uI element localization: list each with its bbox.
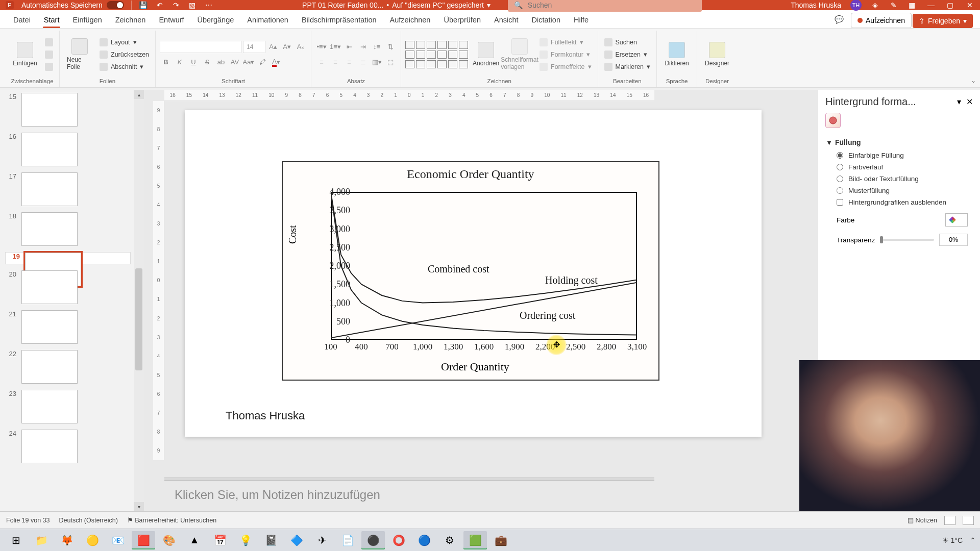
slide-thumbnail-24[interactable]: 24 <box>5 430 131 463</box>
columns-button[interactable]: ▥▾ <box>371 56 383 68</box>
highlight-button[interactable]: 🖍 <box>256 56 268 68</box>
underline-button[interactable]: U <box>187 56 200 68</box>
slideshow-from-start-icon[interactable]: ▧ <box>188 1 197 10</box>
slide-thumbnail-15[interactable]: 15 <box>5 93 131 127</box>
horizontal-ruler[interactable]: 1615141312111098765432101234567891011121… <box>164 90 654 101</box>
search-box[interactable]: 🔍 <box>508 0 702 12</box>
opt-picture-fill[interactable]: Bild- oder Texturfüllung <box>827 173 971 185</box>
tab-help[interactable]: Hilfe <box>568 12 595 28</box>
record-button[interactable]: Aufzeichnen <box>851 13 912 28</box>
chart-image[interactable]: Economic Order Quantity Cost 05001,0001,… <box>282 161 659 381</box>
text-direction-button[interactable]: ⇅ <box>384 41 397 53</box>
section-button[interactable]: Abschnitt ▾ <box>97 62 151 72</box>
taskbar-settings[interactable]: ⚙ <box>438 531 461 549</box>
paste-button[interactable]: Einfügen <box>9 41 41 68</box>
slide-thumbnail-20[interactable]: 20 <box>5 270 131 304</box>
dictate-button[interactable]: Diktieren <box>661 41 693 68</box>
tab-transitions[interactable]: Übergänge <box>191 12 240 28</box>
quick-styles-button[interactable]: Schnellformat vorlagen <box>504 37 535 71</box>
taskbar-onenote[interactable]: 📓 <box>259 531 283 549</box>
search-input[interactable] <box>528 1 696 9</box>
font-size-select[interactable] <box>243 41 265 53</box>
taskbar-telegram[interactable]: ✈ <box>310 531 334 549</box>
scroll-up-icon[interactable]: ▴ <box>134 90 144 99</box>
taskbar-powerpoint[interactable]: 🟥 <box>132 531 155 549</box>
tab-start[interactable]: Start <box>38 12 66 28</box>
section-fill-header[interactable]: ▾Füllung <box>827 135 971 149</box>
clear-format-icon[interactable]: Aₓ <box>295 41 307 53</box>
collapse-ribbon-icon[interactable]: ⌄ <box>971 77 976 84</box>
share-button[interactable]: ⇪Freigeben▾ <box>913 14 973 28</box>
tray-weather[interactable]: ☀ 1°C <box>942 536 963 544</box>
comments-icon[interactable]: 💬 <box>828 11 850 28</box>
align-center-button[interactable]: ≡ <box>329 56 341 68</box>
pen-icon[interactable]: ✎ <box>889 1 898 10</box>
tab-record[interactable]: Aufzeichnen <box>384 12 437 28</box>
vertical-ruler[interactable]: 9876543210123456789 <box>153 101 164 460</box>
pane-options-icon[interactable]: ▾ <box>957 97 961 107</box>
maximize-button[interactable]: ▢ <box>945 0 955 10</box>
close-button[interactable]: ✕ <box>965 0 975 10</box>
sorter-view-button[interactable] <box>963 516 974 525</box>
opt-solid-fill[interactable]: Einfarbige Füllung <box>827 149 971 161</box>
font-family-select[interactable] <box>160 41 241 53</box>
format-painter-button[interactable] <box>43 62 55 72</box>
taskbar-app-3[interactable]: 💡 <box>234 531 257 549</box>
shapes-gallery[interactable] <box>405 41 468 68</box>
file-title[interactable]: PPT 01 Roter Faden 00... <box>302 1 383 9</box>
slide-thumbnail-22[interactable]: 22 <box>5 350 131 384</box>
minimize-button[interactable]: — <box>926 0 936 10</box>
layout-button[interactable]: Layout ▾ <box>97 37 151 47</box>
reset-button[interactable]: Zurücksetzen <box>97 49 151 60</box>
shape-effects-button[interactable]: Formeffekte ▾ <box>537 62 593 72</box>
taskbar-app-2[interactable]: 📅 <box>208 531 232 549</box>
opt-pattern-fill[interactable]: Musterfüllung <box>827 185 971 196</box>
autosave-toggle[interactable] <box>107 1 124 9</box>
slide-thumbnail-18[interactable]: 18 <box>5 212 131 246</box>
calendar-icon[interactable]: ▦ <box>908 1 917 10</box>
taskbar-chrome[interactable]: 🟡 <box>81 531 104 549</box>
tab-insert[interactable]: Einfügen <box>66 12 108 28</box>
taskbar-app-1[interactable]: 🎨 <box>157 531 181 549</box>
taskbar-outlook[interactable]: 📧 <box>106 531 130 549</box>
align-left-button[interactable]: ≡ <box>315 56 328 68</box>
opt-gradient-fill[interactable]: Farbverlauf <box>827 161 971 173</box>
increase-indent-button[interactable]: ⇥ <box>357 41 369 53</box>
status-slide-number[interactable]: Folie 19 von 33 <box>6 517 50 524</box>
taskbar-obs[interactable]: ⚫ <box>361 531 385 549</box>
new-slide-button[interactable]: Neue Folie <box>64 37 95 71</box>
transparency-value[interactable]: 0% <box>939 234 968 246</box>
align-right-button[interactable]: ≡ <box>343 56 355 68</box>
transparency-slider[interactable] <box>880 239 934 241</box>
shadow-button[interactable]: ab <box>215 56 227 68</box>
taskbar-app-7[interactable]: 💼 <box>489 531 512 549</box>
justify-button[interactable]: ≣ <box>357 56 369 68</box>
tab-animations[interactable]: Animationen <box>241 12 295 28</box>
slide-thumbnail-17[interactable]: 17 <box>5 172 131 206</box>
save-icon[interactable]: 💾 <box>139 1 148 10</box>
status-accessibility[interactable]: ⚑ Barrierefreiheit: Untersuchen <box>127 516 216 524</box>
tray-chevron-icon[interactable]: ⌃ <box>970 536 976 544</box>
user-avatar[interactable]: TH <box>850 0 862 11</box>
tab-view[interactable]: Ansicht <box>488 12 525 28</box>
shape-outline-button[interactable]: Formkontur ▾ <box>537 49 593 60</box>
cut-button[interactable] <box>43 37 55 47</box>
fill-tab-icon[interactable] <box>825 113 841 128</box>
tab-slideshow[interactable]: Bildschirmpräsentation <box>296 12 383 28</box>
replace-button[interactable]: Ersetzen ▾ <box>602 49 653 60</box>
scroll-thumb[interactable] <box>135 268 142 370</box>
line-spacing-button[interactable]: ↕≡ <box>371 41 383 53</box>
taskbar-firefox[interactable]: 🦊 <box>55 531 79 549</box>
tab-design[interactable]: Entwurf <box>153 12 190 28</box>
taskbar-vlc[interactable]: ▲ <box>183 531 206 549</box>
taskbar-app-4[interactable]: 📄 <box>336 531 359 549</box>
arrange-button[interactable]: Anordnen <box>470 41 502 68</box>
convert-smartart-button[interactable]: ⬚ <box>384 56 397 68</box>
italic-button[interactable]: K <box>174 56 186 68</box>
fill-color-button[interactable] <box>945 213 968 227</box>
numbering-button[interactable]: 1≡▾ <box>329 41 341 53</box>
char-spacing-button[interactable]: AV <box>229 56 241 68</box>
slide-thumbnail-19[interactable]: 19 <box>5 252 131 264</box>
tab-file[interactable]: Datei <box>7 12 37 28</box>
slide-thumbnail-16[interactable]: 16 <box>5 133 131 166</box>
